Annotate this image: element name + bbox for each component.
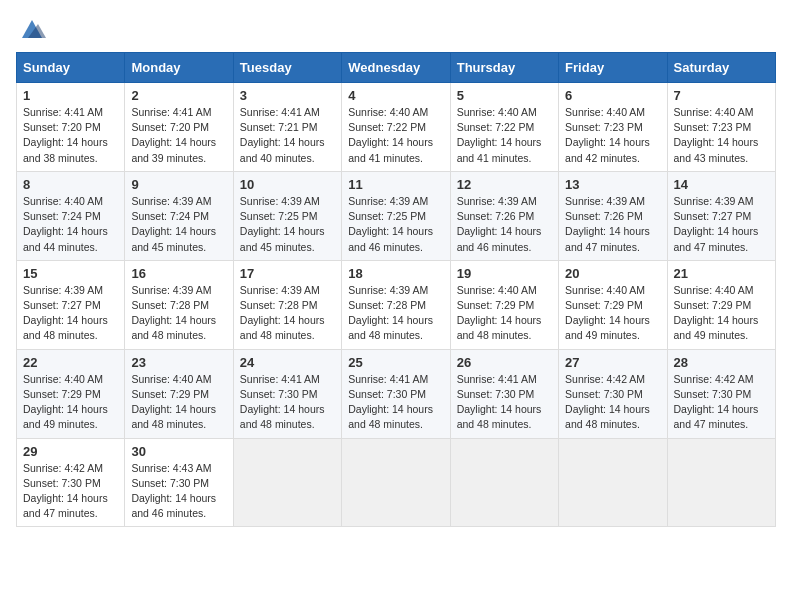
day-number: 19 <box>457 266 552 281</box>
calendar-cell: 16Sunrise: 4:39 AMSunset: 7:28 PMDayligh… <box>125 260 233 349</box>
weekday-header-thursday: Thursday <box>450 53 558 83</box>
logo <box>16 16 46 40</box>
day-number: 15 <box>23 266 118 281</box>
weekday-header-tuesday: Tuesday <box>233 53 341 83</box>
day-info: Sunrise: 4:39 AMSunset: 7:27 PMDaylight:… <box>23 283 118 344</box>
calendar-cell: 28Sunrise: 4:42 AMSunset: 7:30 PMDayligh… <box>667 349 775 438</box>
day-info: Sunrise: 4:41 AMSunset: 7:21 PMDaylight:… <box>240 105 335 166</box>
calendar-table: SundayMondayTuesdayWednesdayThursdayFrid… <box>16 52 776 527</box>
day-number: 3 <box>240 88 335 103</box>
day-info: Sunrise: 4:40 AMSunset: 7:24 PMDaylight:… <box>23 194 118 255</box>
day-info: Sunrise: 4:41 AMSunset: 7:20 PMDaylight:… <box>23 105 118 166</box>
day-info: Sunrise: 4:40 AMSunset: 7:29 PMDaylight:… <box>23 372 118 433</box>
day-number: 10 <box>240 177 335 192</box>
day-number: 16 <box>131 266 226 281</box>
day-info: Sunrise: 4:40 AMSunset: 7:29 PMDaylight:… <box>457 283 552 344</box>
calendar-cell: 3Sunrise: 4:41 AMSunset: 7:21 PMDaylight… <box>233 83 341 172</box>
calendar-cell: 26Sunrise: 4:41 AMSunset: 7:30 PMDayligh… <box>450 349 558 438</box>
day-number: 21 <box>674 266 769 281</box>
day-number: 24 <box>240 355 335 370</box>
day-number: 23 <box>131 355 226 370</box>
day-number: 30 <box>131 444 226 459</box>
day-number: 9 <box>131 177 226 192</box>
page-header <box>16 16 776 40</box>
weekday-header-saturday: Saturday <box>667 53 775 83</box>
day-number: 27 <box>565 355 660 370</box>
calendar-cell: 30Sunrise: 4:43 AMSunset: 7:30 PMDayligh… <box>125 438 233 527</box>
day-number: 2 <box>131 88 226 103</box>
day-info: Sunrise: 4:41 AMSunset: 7:20 PMDaylight:… <box>131 105 226 166</box>
day-number: 20 <box>565 266 660 281</box>
weekday-header-friday: Friday <box>559 53 667 83</box>
calendar-cell: 22Sunrise: 4:40 AMSunset: 7:29 PMDayligh… <box>17 349 125 438</box>
day-info: Sunrise: 4:39 AMSunset: 7:26 PMDaylight:… <box>565 194 660 255</box>
day-number: 12 <box>457 177 552 192</box>
day-info: Sunrise: 4:39 AMSunset: 7:26 PMDaylight:… <box>457 194 552 255</box>
calendar-cell: 27Sunrise: 4:42 AMSunset: 7:30 PMDayligh… <box>559 349 667 438</box>
day-info: Sunrise: 4:40 AMSunset: 7:29 PMDaylight:… <box>674 283 769 344</box>
day-number: 11 <box>348 177 443 192</box>
calendar-cell <box>233 438 341 527</box>
day-info: Sunrise: 4:39 AMSunset: 7:25 PMDaylight:… <box>348 194 443 255</box>
calendar-cell <box>450 438 558 527</box>
calendar-cell <box>667 438 775 527</box>
day-number: 5 <box>457 88 552 103</box>
weekday-header-sunday: Sunday <box>17 53 125 83</box>
day-number: 8 <box>23 177 118 192</box>
calendar-cell: 25Sunrise: 4:41 AMSunset: 7:30 PMDayligh… <box>342 349 450 438</box>
weekday-header-wednesday: Wednesday <box>342 53 450 83</box>
day-info: Sunrise: 4:43 AMSunset: 7:30 PMDaylight:… <box>131 461 226 522</box>
calendar-cell: 1Sunrise: 4:41 AMSunset: 7:20 PMDaylight… <box>17 83 125 172</box>
day-info: Sunrise: 4:40 AMSunset: 7:29 PMDaylight:… <box>131 372 226 433</box>
day-number: 6 <box>565 88 660 103</box>
calendar-cell: 11Sunrise: 4:39 AMSunset: 7:25 PMDayligh… <box>342 171 450 260</box>
calendar-cell: 17Sunrise: 4:39 AMSunset: 7:28 PMDayligh… <box>233 260 341 349</box>
calendar-cell: 7Sunrise: 4:40 AMSunset: 7:23 PMDaylight… <box>667 83 775 172</box>
calendar-week-row: 15Sunrise: 4:39 AMSunset: 7:27 PMDayligh… <box>17 260 776 349</box>
logo-icon <box>18 16 46 44</box>
weekday-header-row: SundayMondayTuesdayWednesdayThursdayFrid… <box>17 53 776 83</box>
day-number: 13 <box>565 177 660 192</box>
calendar-cell: 23Sunrise: 4:40 AMSunset: 7:29 PMDayligh… <box>125 349 233 438</box>
calendar-cell: 8Sunrise: 4:40 AMSunset: 7:24 PMDaylight… <box>17 171 125 260</box>
calendar-cell: 19Sunrise: 4:40 AMSunset: 7:29 PMDayligh… <box>450 260 558 349</box>
day-info: Sunrise: 4:42 AMSunset: 7:30 PMDaylight:… <box>565 372 660 433</box>
day-info: Sunrise: 4:39 AMSunset: 7:27 PMDaylight:… <box>674 194 769 255</box>
day-number: 22 <box>23 355 118 370</box>
calendar-cell <box>559 438 667 527</box>
day-number: 14 <box>674 177 769 192</box>
day-number: 28 <box>674 355 769 370</box>
calendar-cell: 2Sunrise: 4:41 AMSunset: 7:20 PMDaylight… <box>125 83 233 172</box>
calendar-cell: 14Sunrise: 4:39 AMSunset: 7:27 PMDayligh… <box>667 171 775 260</box>
day-info: Sunrise: 4:41 AMSunset: 7:30 PMDaylight:… <box>348 372 443 433</box>
day-info: Sunrise: 4:41 AMSunset: 7:30 PMDaylight:… <box>457 372 552 433</box>
day-info: Sunrise: 4:39 AMSunset: 7:25 PMDaylight:… <box>240 194 335 255</box>
day-info: Sunrise: 4:39 AMSunset: 7:24 PMDaylight:… <box>131 194 226 255</box>
calendar-cell: 9Sunrise: 4:39 AMSunset: 7:24 PMDaylight… <box>125 171 233 260</box>
calendar-week-row: 1Sunrise: 4:41 AMSunset: 7:20 PMDaylight… <box>17 83 776 172</box>
day-info: Sunrise: 4:41 AMSunset: 7:30 PMDaylight:… <box>240 372 335 433</box>
day-info: Sunrise: 4:42 AMSunset: 7:30 PMDaylight:… <box>23 461 118 522</box>
day-number: 7 <box>674 88 769 103</box>
day-info: Sunrise: 4:39 AMSunset: 7:28 PMDaylight:… <box>131 283 226 344</box>
day-info: Sunrise: 4:40 AMSunset: 7:23 PMDaylight:… <box>565 105 660 166</box>
calendar-cell: 20Sunrise: 4:40 AMSunset: 7:29 PMDayligh… <box>559 260 667 349</box>
calendar-cell: 5Sunrise: 4:40 AMSunset: 7:22 PMDaylight… <box>450 83 558 172</box>
day-number: 29 <box>23 444 118 459</box>
day-number: 4 <box>348 88 443 103</box>
day-info: Sunrise: 4:39 AMSunset: 7:28 PMDaylight:… <box>348 283 443 344</box>
calendar-cell <box>342 438 450 527</box>
calendar-cell: 18Sunrise: 4:39 AMSunset: 7:28 PMDayligh… <box>342 260 450 349</box>
calendar-cell: 15Sunrise: 4:39 AMSunset: 7:27 PMDayligh… <box>17 260 125 349</box>
calendar-cell: 24Sunrise: 4:41 AMSunset: 7:30 PMDayligh… <box>233 349 341 438</box>
day-number: 1 <box>23 88 118 103</box>
calendar-week-row: 8Sunrise: 4:40 AMSunset: 7:24 PMDaylight… <box>17 171 776 260</box>
calendar-cell: 13Sunrise: 4:39 AMSunset: 7:26 PMDayligh… <box>559 171 667 260</box>
day-info: Sunrise: 4:40 AMSunset: 7:29 PMDaylight:… <box>565 283 660 344</box>
calendar-cell: 21Sunrise: 4:40 AMSunset: 7:29 PMDayligh… <box>667 260 775 349</box>
calendar-week-row: 22Sunrise: 4:40 AMSunset: 7:29 PMDayligh… <box>17 349 776 438</box>
calendar-week-row: 29Sunrise: 4:42 AMSunset: 7:30 PMDayligh… <box>17 438 776 527</box>
day-info: Sunrise: 4:40 AMSunset: 7:23 PMDaylight:… <box>674 105 769 166</box>
day-number: 17 <box>240 266 335 281</box>
day-info: Sunrise: 4:42 AMSunset: 7:30 PMDaylight:… <box>674 372 769 433</box>
